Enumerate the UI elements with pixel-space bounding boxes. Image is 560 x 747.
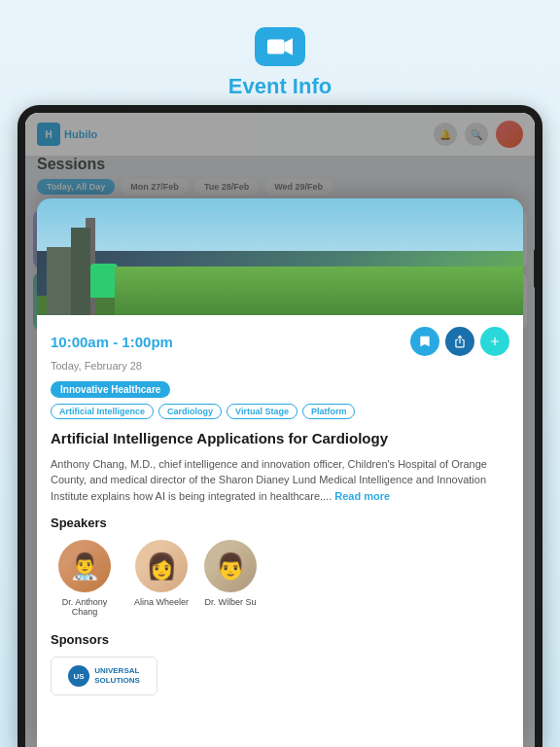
speaker-2-avatar — [135, 540, 188, 592]
event-details: 10:00am - 1:00pm Today, February 28 — [37, 315, 523, 707]
tag-virtual-stage[interactable]: Virtual Stage — [227, 404, 298, 419]
sponsor-logo-inner: US UNIVERSALSOLUTIONS — [68, 665, 140, 687]
svg-marker-1 — [284, 38, 293, 54]
event-date: Today, February 28 — [51, 360, 509, 372]
speaker-1-name: Dr. Anthony Chang — [51, 597, 119, 617]
bookmark-button[interactable] — [410, 327, 439, 356]
speakers-section-title: Speakers — [51, 516, 509, 530]
tag-ai[interactable]: Artificial Intelligence — [51, 404, 154, 419]
read-more-link[interactable]: Read more — [334, 490, 390, 502]
speaker-1: Dr. Anthony Chang — [51, 540, 119, 617]
speaker-2: Alina Wheeler — [134, 540, 189, 617]
page-header: Event Info — [0, 0, 560, 115]
session-title: Artificial Intelligence Applications for… — [51, 429, 509, 448]
speaker-3-name: Dr. Wilber Su — [205, 597, 257, 607]
speaker-1-avatar — [58, 540, 111, 592]
event-hero-image — [37, 198, 523, 315]
session-description: Anthony Chang, M.D., chief intelligence … — [51, 456, 509, 505]
sponsors-section-title: Sponsors — [51, 632, 509, 647]
tag-cardiology[interactable]: Cardiology — [158, 404, 222, 419]
sponsor-name: UNIVERSALSOLUTIONS — [94, 666, 140, 685]
svg-rect-0 — [267, 39, 284, 53]
video-camera-icon — [255, 27, 305, 66]
sponsor-logo: US UNIVERSALSOLUTIONS — [51, 657, 158, 695]
hero-building-2 — [71, 228, 90, 315]
hero-tank — [90, 264, 118, 298]
event-time-row: 10:00am - 1:00pm — [51, 327, 509, 356]
tablet-frame: H Hubilo 🔔 🔍 Sessions Today, All Day Mon… — [18, 105, 542, 747]
tablet-screen: H Hubilo 🔔 🔍 Sessions Today, All Day Mon… — [25, 113, 535, 747]
hero-warehouse — [115, 267, 523, 315]
sponsors-section: Sponsors US UNIVERSALSOLUTIONS — [51, 632, 509, 695]
hero-sky — [37, 198, 523, 251]
tag-platform[interactable]: Platform — [302, 404, 356, 419]
speaker-3: Dr. Wilber Su — [204, 540, 257, 617]
share-button[interactable] — [445, 327, 474, 356]
action-icons — [410, 327, 509, 356]
event-info-modal: 10:00am - 1:00pm Today, February 28 — [37, 198, 523, 747]
add-button[interactable] — [480, 327, 509, 356]
track-badge[interactable]: Innovative Healthcare — [51, 381, 170, 398]
page-title: Event Info — [228, 74, 332, 99]
speakers-row: Dr. Anthony Chang Alina Wheeler Dr. Wilb… — [51, 540, 509, 617]
sponsor-icon: US — [68, 665, 89, 687]
speaker-3-avatar — [204, 540, 257, 592]
speaker-2-name: Alina Wheeler — [134, 597, 189, 607]
event-time: 10:00am - 1:00pm — [51, 334, 173, 350]
tags-row: Artificial Intelligence Cardiology Virtu… — [51, 404, 509, 419]
